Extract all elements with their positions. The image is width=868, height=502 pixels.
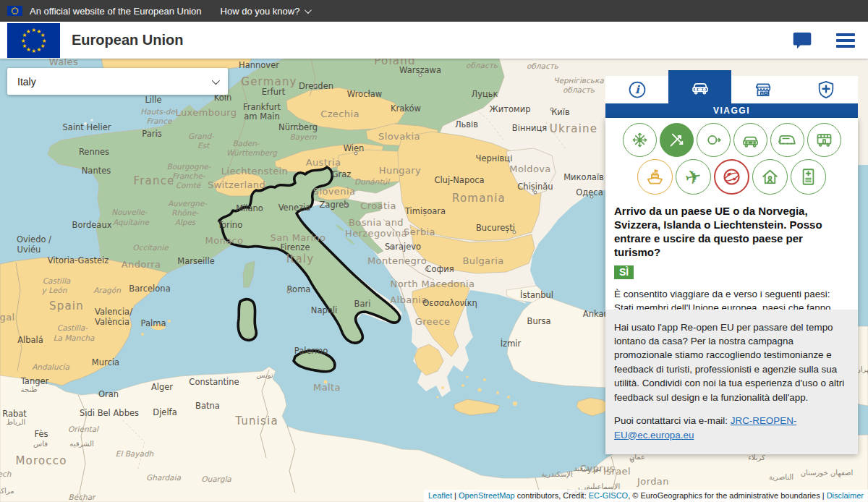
car-transport-button[interactable] — [733, 123, 767, 157]
chat-feedback-icon[interactable] — [793, 32, 812, 49]
attribution-text: | — [452, 491, 459, 500]
attribution-link[interactable]: Disclaimer — [827, 491, 864, 500]
question-heading: Arrivo da un paese UE o da Norvegia, Svi… — [614, 204, 849, 259]
attribution-text: contributors, Credit: — [515, 491, 589, 500]
svg-text:i: i — [635, 83, 640, 96]
country-selector-value: Italy — [17, 76, 36, 88]
ship-icon — [644, 166, 665, 187]
doc-transport-button[interactable] — [791, 159, 826, 195]
globe-transport-button[interactable] — [714, 159, 749, 195]
attribution-text: , © EuroGeographics for the administrati… — [628, 491, 827, 500]
eu-flag-small-icon: ★★★★★★★★★★★★ — [7, 6, 22, 16]
feedback-box: Hai usato l'app Re-open EU per passare d… — [605, 310, 858, 455]
panel-tabs: i — [605, 70, 858, 103]
globe-icon — [721, 166, 742, 187]
chevron-down-icon — [212, 76, 220, 84]
bus-icon — [814, 130, 834, 150]
country-selector[interactable]: Italy — [7, 68, 228, 95]
bus-transport-button[interactable] — [807, 123, 841, 157]
roundabout-transport-button[interactable] — [697, 123, 731, 157]
hamburger-menu-icon[interactable] — [836, 33, 855, 48]
chevron-down-icon — [305, 7, 312, 14]
svg-text:★: ★ — [31, 27, 36, 33]
tab-shop[interactable] — [731, 76, 794, 103]
how-do-you-know-dropdown[interactable]: How do you know? — [221, 6, 310, 17]
official-site-text: An official website of the European Unio… — [30, 6, 202, 17]
attribution-link[interactable]: EC-GISCO — [589, 491, 628, 500]
answer-badge: SÌ — [614, 265, 634, 279]
roundabout-icon — [704, 130, 723, 150]
site-header: ★★★★★★★★★★★★ European Union — [0, 22, 868, 59]
notransit-icon — [667, 130, 686, 150]
reopen-eu-app: ★★★★★★★★★★★★ An official website of the … — [0, 0, 868, 502]
panel-content: ✈ Arrivo da un paese UE o da Norvegia, S… — [605, 118, 858, 454]
section-title-bar: VIAGGI — [605, 103, 858, 118]
attribution-link[interactable]: OpenStreetMap — [459, 491, 515, 500]
map-attribution: Leaflet | OpenStreetMap contributors, Cr… — [424, 490, 868, 502]
svg-text:★: ★ — [26, 28, 31, 35]
tab-shield[interactable] — [794, 76, 858, 103]
info-icon: i — [627, 80, 647, 100]
ship-transport-button[interactable] — [637, 159, 673, 195]
site-title: European Union — [72, 32, 183, 48]
attribution-link[interactable]: Leaflet — [428, 491, 452, 500]
notransit-transport-button[interactable] — [660, 123, 694, 157]
plane-icon: ✈ — [684, 166, 704, 188]
home-icon — [760, 166, 780, 187]
tab-car[interactable] — [668, 70, 731, 103]
car-icon — [690, 77, 710, 97]
train-transport-button[interactable] — [770, 123, 804, 157]
svg-text:★: ★ — [12, 7, 14, 10]
svg-text:★: ★ — [31, 48, 36, 54]
transport-icons-row2: ✈ — [605, 157, 858, 195]
plane-transport-button[interactable]: ✈ — [676, 159, 711, 195]
tab-info[interactable]: i — [605, 76, 668, 103]
train-icon — [778, 130, 797, 150]
contact-line: Puoi contattarci via e-mail: JRC-REOPEN-… — [614, 414, 849, 442]
crossroads-icon — [630, 130, 650, 150]
car-icon — [741, 130, 760, 150]
official-site-banner: ★★★★★★★★★★★★ An official website of the … — [0, 0, 868, 22]
doc-icon — [798, 166, 819, 187]
transport-icons-row1 — [605, 118, 858, 157]
country-info-panel: i VIAGGI ✈ Arrivo da un paese UE o da No… — [605, 70, 858, 454]
eu-flag-logo: ★★★★★★★★★★★★ — [7, 23, 60, 58]
shield-icon — [816, 80, 836, 100]
shop-icon — [753, 80, 773, 100]
crossroads-transport-button[interactable] — [623, 123, 657, 157]
home-transport-button[interactable] — [752, 159, 788, 195]
feedback-text: Hai usato l'app Re-open EU per passare d… — [614, 320, 849, 405]
svg-text:★: ★ — [36, 46, 41, 53]
